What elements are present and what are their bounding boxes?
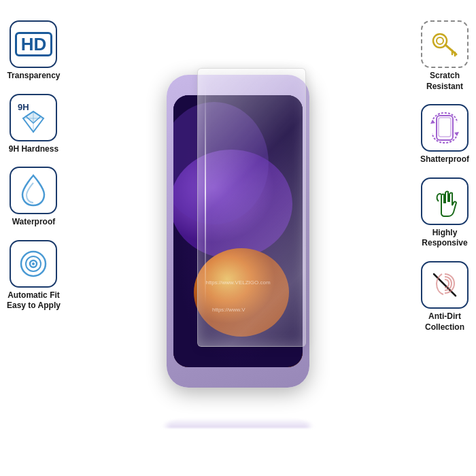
feature-9h-hardness: 9H 9H Hardness: [9, 94, 58, 155]
main-container: HD Transparency 9H 9H Hardness: [0, 0, 476, 476]
feature-waterproof: Waterproof: [10, 167, 57, 228]
hd-label: Transparency: [7, 71, 60, 82]
shatterproof-label: Shatterproof: [420, 154, 469, 165]
rotate-icon: [427, 110, 462, 146]
feature-hd-transparency: HD Transparency: [7, 20, 60, 82]
glass-shine: [205, 82, 206, 304]
key-icon: [429, 29, 460, 60]
hd-icon-box: HD: [10, 20, 57, 68]
responsive-label: HighlyResponsive: [422, 228, 467, 249]
svg-marker-20: [430, 120, 435, 124]
glass-protector: [197, 68, 306, 347]
hd-icon: HD: [15, 32, 53, 56]
touch-icon: [428, 184, 462, 219]
feature-anti-dirt: Anti-DirtCollection: [421, 261, 469, 333]
9h-label: 9H Hardness: [9, 144, 58, 155]
svg-text:9H: 9H: [18, 102, 29, 112]
phone-reflection: [167, 418, 309, 428]
9h-icon-box: 9H: [10, 94, 57, 141]
phone-container: https://www.VELZIGO.com https://www.V: [156, 75, 320, 401]
drop-icon: [18, 173, 48, 208]
left-features: HD Transparency 9H 9H Hardness: [7, 20, 61, 311]
auto-fit-label: Automatic FitEasy to Apply: [7, 290, 61, 311]
anti-dirt-icon-box: [421, 261, 469, 309]
auto-fit-icon-box: [10, 240, 57, 288]
feature-highly-responsive: HighlyResponsive: [421, 177, 469, 249]
target-icon: [16, 246, 51, 282]
right-features: ScratchResistant Shatterproof: [420, 20, 469, 333]
waterproof-icon-box: [10, 167, 57, 214]
diamond-icon: 9H: [15, 99, 52, 136]
fingerprint-icon: [427, 267, 462, 303]
phone-wrapper: https://www.VELZIGO.com https://www.V: [156, 75, 320, 401]
anti-dirt-label: Anti-DirtCollection: [425, 311, 464, 333]
svg-point-8: [32, 262, 35, 265]
waterproof-label: Waterproof: [12, 217, 56, 228]
responsive-icon-box: [421, 177, 469, 225]
feature-auto-fit: Automatic FitEasy to Apply: [7, 240, 61, 311]
scratch-icon-box: [421, 20, 469, 68]
svg-marker-21: [454, 132, 459, 136]
scratch-label: ScratchResistant: [426, 71, 463, 92]
svg-point-14: [437, 37, 443, 44]
feature-shatterproof: Shatterproof: [420, 104, 469, 165]
shatterproof-icon-box: [421, 104, 469, 152]
svg-rect-19: [439, 118, 451, 137]
feature-scratch-resistant: ScratchResistant: [421, 20, 469, 92]
